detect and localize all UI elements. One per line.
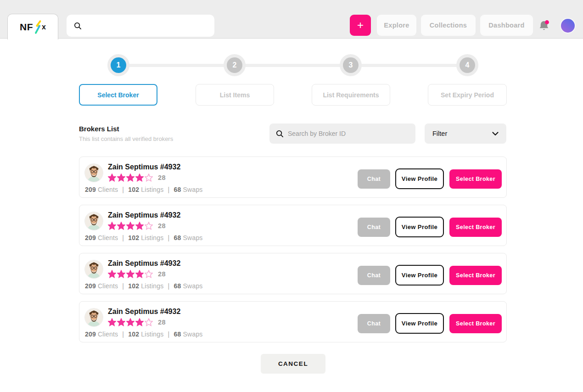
- star-icon: [117, 318, 125, 326]
- clients-count: 209: [85, 186, 96, 193]
- star-icon: [135, 174, 144, 182]
- star-icon: [108, 318, 116, 326]
- swaps-label: Swaps: [183, 186, 203, 193]
- chat-button[interactable]: Chat: [358, 314, 390, 333]
- listings-label: Listings: [141, 330, 163, 338]
- search-icon: [74, 22, 82, 30]
- view-profile-button[interactable]: View Profile: [395, 313, 444, 334]
- separator: |: [122, 234, 124, 241]
- global-search[interactable]: [67, 15, 214, 37]
- broker-stats: 209 Clients | 102 Listings | 68 Swaps: [85, 282, 203, 290]
- clients-label: Clients: [98, 330, 118, 338]
- broker-card: Zain Septimus #4932 28 209 Clients | 102…: [79, 301, 507, 342]
- swaps-count: 68: [174, 234, 181, 241]
- view-profile-button[interactable]: View Profile: [395, 265, 444, 286]
- broker-name: Zain Septimus #4932: [108, 163, 180, 171]
- clients-count: 209: [85, 234, 96, 241]
- star-icon: [126, 174, 135, 182]
- select-broker-button[interactable]: Select Broker: [449, 314, 502, 333]
- logo[interactable]: NF x: [7, 14, 58, 39]
- step-2-indicator: 2: [224, 54, 246, 76]
- star-icon: [145, 222, 153, 230]
- rating-count: 28: [158, 174, 166, 181]
- separator: |: [122, 186, 124, 193]
- clients-label: Clients: [98, 234, 118, 241]
- broker-name: Zain Septimus #4932: [108, 211, 180, 219]
- step-3-number: 3: [343, 57, 359, 73]
- star-icon: [126, 270, 135, 278]
- broker-rating: 28: [108, 174, 166, 182]
- clients-count: 209: [85, 330, 96, 338]
- tab-set-expiry-period[interactable]: Set Expiry Period: [428, 84, 507, 106]
- chat-button[interactable]: Chat: [358, 218, 390, 237]
- listings-count: 102: [128, 234, 139, 241]
- broker-stats: 209 Clients | 102 Listings | 68 Swaps: [85, 186, 203, 193]
- nav-explore[interactable]: Explore: [377, 15, 416, 36]
- broker-card: Zain Septimus #4932 28 209 Clients | 102…: [79, 205, 507, 246]
- notification-badge: [545, 20, 549, 24]
- step-1-indicator: 1: [107, 54, 129, 76]
- brokers-list-title: Brokers List: [79, 125, 119, 133]
- clients-count: 209: [85, 282, 96, 290]
- star-icon: [145, 318, 153, 326]
- star-icon: [135, 222, 144, 230]
- clients-label: Clients: [98, 186, 118, 193]
- swaps-count: 68: [174, 330, 181, 338]
- nav-dashboard[interactable]: Dashboard: [480, 15, 533, 36]
- broker-stats: 209 Clients | 102 Listings | 68 Swaps: [85, 234, 203, 241]
- step-4-number: 4: [460, 57, 475, 73]
- global-search-input[interactable]: [86, 22, 207, 29]
- star-icon: [108, 174, 116, 182]
- swaps-label: Swaps: [183, 330, 203, 338]
- star-icon: [145, 270, 153, 278]
- tab-list-items[interactable]: List Items: [196, 84, 274, 106]
- select-broker-button[interactable]: Select Broker: [449, 169, 502, 189]
- listings-count: 102: [128, 282, 139, 290]
- broker-name: Zain Septimus #4932: [108, 259, 180, 268]
- listings-count: 102: [128, 186, 139, 193]
- broker-avatar: [85, 164, 103, 182]
- listings-label: Listings: [141, 186, 163, 193]
- view-profile-button[interactable]: View Profile: [395, 168, 444, 189]
- rating-count: 28: [158, 270, 166, 278]
- brokers-list-subtitle: This list contains all verified brokers: [79, 135, 173, 142]
- page: NF x + Explore Collections Dashboard: [0, 0, 583, 392]
- chevron-down-icon: [492, 132, 499, 136]
- tab-select-broker[interactable]: Select Broker: [79, 84, 157, 106]
- add-button[interactable]: +: [350, 15, 371, 36]
- view-profile-button[interactable]: View Profile: [395, 217, 444, 237]
- notifications-bell-icon[interactable]: [537, 19, 551, 33]
- separator: |: [168, 234, 170, 241]
- tab-list-requirements[interactable]: List Requirements: [312, 84, 390, 106]
- separator: |: [168, 282, 170, 290]
- nav-collections[interactable]: Collections: [421, 15, 476, 36]
- swaps-count: 68: [174, 282, 181, 290]
- select-broker-button[interactable]: Select Broker: [449, 218, 502, 237]
- cancel-button[interactable]: CANCEL: [261, 354, 325, 374]
- clients-label: Clients: [98, 282, 118, 290]
- step-1-number: 1: [111, 57, 126, 73]
- star-icon: [108, 270, 116, 278]
- broker-avatar: [85, 260, 103, 278]
- swaps-label: Swaps: [183, 234, 203, 241]
- swaps-count: 68: [174, 186, 181, 193]
- broker-search-input[interactable]: [288, 130, 409, 137]
- separator: |: [122, 330, 124, 338]
- user-avatar[interactable]: [561, 19, 575, 33]
- broker-rating: 28: [108, 318, 166, 326]
- broker-name: Zain Septimus #4932: [108, 308, 180, 316]
- chat-button[interactable]: Chat: [358, 266, 390, 285]
- star-icon: [108, 222, 116, 230]
- broker-card: Zain Septimus #4932 28 209 Clients | 102…: [79, 157, 507, 198]
- broker-avatar: [85, 212, 103, 230]
- star-icon: [126, 318, 135, 326]
- star-icon: [117, 270, 125, 278]
- filter-dropdown[interactable]: Filter: [425, 123, 506, 144]
- broker-avatar: [85, 308, 103, 326]
- broker-search[interactable]: [269, 123, 415, 144]
- select-broker-button[interactable]: Select Broker: [449, 266, 502, 285]
- lightning-bolt-icon: [34, 20, 43, 34]
- star-icon: [126, 222, 135, 230]
- chat-button[interactable]: Chat: [358, 169, 390, 189]
- broker-stats: 209 Clients | 102 Listings | 68 Swaps: [85, 330, 203, 338]
